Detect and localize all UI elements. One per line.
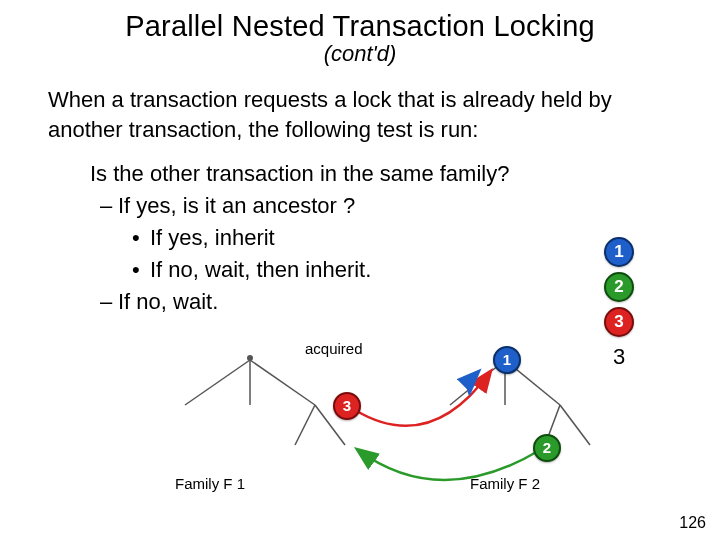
badge-1-icon: 1 <box>604 237 634 267</box>
svg-line-3 <box>295 405 315 445</box>
node-f1-3: 3 <box>333 392 361 420</box>
svg-point-10 <box>247 355 253 361</box>
slide-title: Parallel Nested Transaction Locking <box>0 0 720 43</box>
family-1-label: Family F 1 <box>175 475 245 492</box>
page-number: 126 <box>679 514 706 532</box>
dot-icon: • <box>132 222 150 254</box>
diagram-svg <box>0 350 720 510</box>
dash-icon: – <box>100 286 118 318</box>
question-line: Is the other transaction in the same fam… <box>90 158 672 190</box>
slide-subtitle: (cont'd) <box>0 41 720 67</box>
badge-3-icon: 3 <box>604 307 634 337</box>
node-f2-2: 2 <box>533 434 561 462</box>
slide: Parallel Nested Transaction Locking (con… <box>0 0 720 540</box>
bullet-wait-inherit: •If no, wait, then inherit. <box>132 254 672 286</box>
bullet-inherit-text: If yes, inherit <box>150 225 275 250</box>
question-block: Is the other transaction in the same fam… <box>90 158 672 317</box>
bullet-if-no-text: If no, wait. <box>118 289 218 314</box>
family-diagram: acquired 3 1 2 Family F 1 Family F 2 <box>0 350 720 510</box>
bullet-if-yes-text: If yes, is it an ancestor ? <box>118 193 355 218</box>
node-f2-1: 1 <box>493 346 521 374</box>
family-2-label: Family F 2 <box>470 475 540 492</box>
dash-icon: – <box>100 190 118 222</box>
intro-paragraph: When a transaction requests a lock that … <box>48 85 672 144</box>
bullet-if-no: –If no, wait. <box>100 286 672 318</box>
svg-line-0 <box>185 360 250 405</box>
acquired-label: acquired <box>305 340 363 357</box>
dot-icon: • <box>132 254 150 286</box>
svg-line-9 <box>560 405 590 445</box>
svg-line-2 <box>250 360 315 405</box>
badge-2-icon: 2 <box>604 272 634 302</box>
bullet-wait-inherit-text: If no, wait, then inherit. <box>150 257 371 282</box>
bullet-inherit: •If yes, inherit <box>132 222 672 254</box>
bullet-if-yes: –If yes, is it an ancestor ? <box>100 190 672 222</box>
